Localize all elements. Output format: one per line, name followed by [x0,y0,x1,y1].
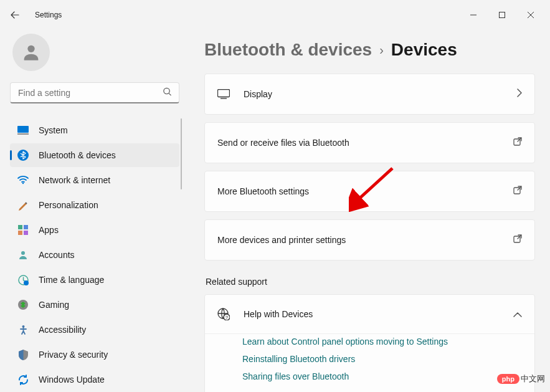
minimize-button[interactable] [459,5,488,25]
svg-rect-1 [500,12,505,18]
setting-card-more-devices-printer[interactable]: More devices and printer settings [205,220,534,260]
sidebar-item-accessibility[interactable]: Accessibility [10,318,179,342]
sidebar-item-label: Bluetooth & devices [39,150,116,160]
sidebar-item-apps[interactable]: Apps [10,218,179,242]
shield-icon [17,349,29,360]
sidebar-item-label: Accessibility [39,325,86,335]
help-link-reinstall-bluetooth[interactable]: Reinstalling Bluetooth drivers [242,354,522,364]
sidebar-item-accounts[interactable]: Accounts [10,243,179,267]
watermark: php中文网 [497,373,545,385]
sidebar-item-label: Personalization [39,200,98,210]
sidebar-item-windows-update[interactable]: Windows Update [10,368,179,391]
sidebar-item-time-language[interactable]: Time & language [10,268,179,292]
back-button[interactable] [5,5,25,25]
card-label: Help with Devices [244,309,500,319]
svg-rect-18 [218,90,230,97]
card-label: Display [244,89,503,99]
breadcrumb: Bluetooth & devices › Devices [204,40,535,60]
svg-point-8 [22,183,24,184]
chevron-right-icon: › [379,43,384,57]
sidebar-item-bluetooth-devices[interactable]: Bluetooth & devices [10,143,179,167]
person-icon [21,42,42,63]
display-icon [217,89,230,99]
svg-rect-12 [24,231,28,235]
sidebar-item-label: Gaming [39,300,69,310]
apps-icon [17,224,29,236]
bluetooth-icon [17,150,29,161]
search-icon [163,87,172,99]
close-button[interactable] [516,5,545,25]
svg-point-2 [27,45,34,52]
sidebar-item-label: Privacy & security [39,350,108,360]
svg-point-13 [21,251,25,255]
minimize-icon [470,12,477,18]
setting-card-send-receive-bluetooth[interactable]: Send or receive files via Bluetooth [205,123,534,163]
globe-help-icon: ? [217,308,230,320]
svg-point-15 [24,280,29,285]
svg-rect-6 [17,133,29,135]
close-icon [528,12,534,18]
svg-rect-10 [24,225,28,229]
arrow-left-icon [10,10,20,20]
svg-rect-9 [18,225,22,229]
card-label: More devices and printer settings [217,235,513,245]
breadcrumb-current: Devices [391,40,457,60]
wifi-icon [17,174,29,186]
system-icon [17,125,29,136]
gaming-icon [17,299,29,310]
svg-line-4 [169,93,171,95]
sidebar-item-label: Time & language [39,275,104,285]
chevron-up-icon [513,308,522,320]
help-link-control-panel[interactable]: Learn about Control panel options moving… [242,337,522,347]
sidebar-item-system[interactable]: System [10,118,179,142]
help-with-devices-toggle[interactable]: ? Help with Devices [205,295,534,333]
help-link-sharing-bluetooth[interactable]: Sharing files over Bluetooth [242,371,522,381]
person-icon [17,249,29,261]
svg-rect-11 [18,231,22,235]
titlebar: Settings [0,0,550,30]
window-title: Settings [35,11,62,19]
sidebar-item-personalization[interactable]: Personalization [10,193,179,217]
section-title-related-support: Related support [206,277,535,287]
external-link-icon [513,186,522,197]
external-link-icon [513,137,522,148]
svg-point-3 [164,88,169,93]
sidebar-item-label: Network & internet [39,175,110,185]
sidebar: System Bluetooth & devices Network & int… [0,30,187,392]
card-label: Send or receive files via Bluetooth [217,138,513,148]
accessibility-icon [17,324,29,335]
clock-icon [17,274,29,285]
external-link-icon [513,234,522,246]
card-label: More Bluetooth settings [217,186,513,196]
sidebar-item-label: Accounts [39,250,75,260]
svg-text:?: ? [225,315,228,320]
breadcrumb-parent[interactable]: Bluetooth & devices [204,40,372,60]
maximize-button[interactable] [488,5,516,25]
setting-card-more-bluetooth[interactable]: More Bluetooth settings [205,171,534,211]
sidebar-item-network[interactable]: Network & internet [10,168,179,192]
search-input[interactable] [10,82,179,103]
sidebar-item-label: Windows Update [39,375,105,385]
maximize-icon [499,12,505,18]
watermark-text: 中文网 [521,374,545,383]
watermark-pill: php [497,374,519,384]
sidebar-item-privacy-security[interactable]: Privacy & security [10,343,179,366]
nav-list: System Bluetooth & devices Network & int… [10,118,179,391]
avatar[interactable] [12,34,50,71]
update-icon [17,374,29,385]
chevron-right-icon [517,88,522,100]
sidebar-item-gaming[interactable]: Gaming [10,293,179,317]
sidebar-item-label: System [39,125,68,135]
main-content: Bluetooth & devices › Devices Display Se… [187,30,550,392]
sidebar-item-label: Apps [39,225,59,235]
setting-card-display[interactable]: Display [205,74,534,114]
svg-rect-5 [17,126,29,133]
paint-icon [17,199,29,211]
